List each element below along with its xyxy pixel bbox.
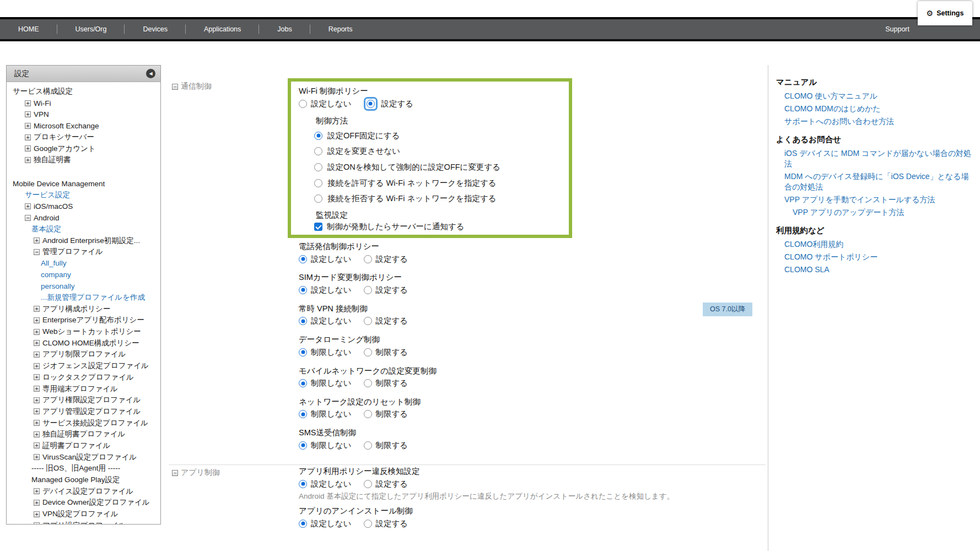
expand-icon[interactable]: + [25, 157, 31, 163]
tree-item-label[interactable]: Googleアカウント [34, 144, 96, 154]
policy-radio[interactable] [364, 317, 372, 325]
policy-radio[interactable] [364, 480, 372, 488]
nav-item-jobs[interactable]: Jobs [259, 19, 310, 39]
tree-item-label[interactable]: VPN設定プロファイル [42, 509, 119, 519]
nav-item-devices[interactable]: Devices [125, 19, 185, 39]
policy-radio[interactable] [299, 410, 307, 418]
collapse-section-icon[interactable]: − [172, 470, 178, 476]
collapse-sidebar-button[interactable]: ◀ [146, 69, 155, 78]
help-link[interactable]: サポートへのお問い合わせ方法 [784, 115, 972, 128]
expand-icon[interactable]: + [34, 363, 40, 369]
control-method-radio[interactable] [314, 132, 322, 140]
policy-radio[interactable] [299, 441, 307, 450]
wifi-policy-radio[interactable] [367, 100, 375, 108]
control-method-radio[interactable] [314, 195, 322, 203]
tree-item-label[interactable]: iOS/macOS [34, 202, 73, 210]
expand-icon[interactable]: + [25, 100, 31, 106]
expand-icon[interactable]: + [25, 111, 31, 117]
nav-item-applications[interactable]: Applications [186, 19, 259, 39]
policy-radio[interactable] [299, 520, 307, 528]
tree-item-label[interactable]: Wi-Fi [34, 99, 51, 107]
expand-icon[interactable]: + [34, 374, 40, 380]
expand-icon[interactable]: + [34, 306, 40, 312]
tree-item-label[interactable]: Android Enterprise初期設定... [42, 236, 140, 246]
tree-item-label[interactable]: アプリ権限設定プロファイル [42, 395, 141, 405]
tree-item-label[interactable]: サービス接続設定プロファイル [42, 418, 148, 428]
expand-icon[interactable]: + [34, 329, 40, 335]
nav-item-users-org[interactable]: Users/Org [57, 19, 125, 39]
policy-radio[interactable] [364, 379, 372, 387]
tree-item-label[interactable]: デバイス設定プロファイル [42, 487, 133, 496]
help-link[interactable]: CLOMO MDMのはじめかた [784, 102, 972, 115]
nav-item-reports[interactable]: Reports [310, 19, 371, 39]
tree-item-label[interactable]: ジオフェンス設定プロファイル [42, 361, 149, 371]
control-method-radio[interactable] [314, 163, 322, 171]
help-link[interactable]: MDM へのデバイス登録時に「iOS Device」となる場合の対処法 [784, 170, 972, 193]
tree-item-label[interactable]: CLOMO HOME構成ポリシー [42, 338, 139, 348]
expand-icon[interactable]: + [34, 500, 40, 506]
policy-radio[interactable] [299, 255, 307, 263]
policy-radio[interactable] [299, 379, 307, 387]
tree-item-label[interactable]: アプリ管理設定プロファイル [42, 407, 141, 417]
tree-item-label[interactable]: VirusScan設定プロファイル [42, 452, 137, 462]
tree-item-label[interactable]: Webショートカットポリシー [42, 327, 141, 337]
help-link[interactable]: iOS デバイスに MDM コマンドが届かない場合の対処法 [784, 147, 972, 170]
expand-icon[interactable]: + [34, 397, 40, 403]
tree-item-label[interactable]: アプリ構成ポリシー [42, 304, 110, 314]
expand-icon[interactable]: + [34, 237, 40, 244]
control-method-radio[interactable] [314, 179, 322, 187]
policy-radio[interactable] [364, 520, 372, 528]
tree-item-label[interactable]: プロキシサーバー [34, 132, 94, 142]
control-method-radio[interactable] [314, 147, 322, 155]
policy-radio[interactable] [299, 480, 307, 488]
policy-radio[interactable] [364, 255, 372, 263]
tree-item-label[interactable]: Android [34, 214, 60, 222]
expand-icon[interactable]: + [34, 317, 40, 323]
tree-item-label[interactable]: Microsoft Exchange [34, 122, 99, 130]
tree-item-label[interactable]: 専用端末プロファイル [42, 384, 118, 394]
tree-item-label[interactable]: サービス設定 [25, 190, 70, 200]
expand-icon[interactable]: + [34, 352, 40, 358]
expand-icon[interactable]: + [34, 454, 40, 460]
tree-item-label[interactable]: Device Owner設定プロファイル [42, 498, 150, 507]
expand-icon[interactable]: + [34, 386, 40, 392]
expand-icon[interactable]: + [25, 145, 31, 152]
tree-item-label[interactable]: All_fully [41, 259, 67, 267]
collapse-section-icon[interactable]: − [172, 84, 178, 90]
collapse-icon[interactable]: − [25, 215, 31, 221]
help-link[interactable]: CLOMO利用規約 [784, 238, 972, 251]
tree-item-label[interactable]: 基本設定 [31, 224, 61, 234]
expand-icon[interactable]: + [25, 203, 31, 209]
collapse-icon[interactable]: − [34, 249, 40, 255]
tab-settings[interactable]: ⚙ Settings [918, 1, 972, 25]
tree-item-label[interactable]: ...新規管理プロファイルを作成 [41, 293, 145, 302]
help-link[interactable]: CLOMO サポートポリシー [784, 251, 972, 263]
tree-item-label[interactable]: company [41, 271, 71, 279]
policy-radio[interactable] [364, 348, 372, 356]
expand-icon[interactable]: + [25, 134, 31, 141]
nav-item-home[interactable]: HOME [0, 19, 57, 39]
expand-icon[interactable]: + [34, 420, 40, 426]
wifi-policy-radio[interactable] [299, 100, 307, 108]
tree-item-label[interactable]: アプリ制限プロファイル [42, 349, 126, 359]
policy-radio[interactable] [364, 441, 372, 450]
policy-radio[interactable] [364, 410, 372, 418]
tree-item-label[interactable]: personally [41, 282, 75, 290]
tree-item-label[interactable]: VPN [34, 110, 49, 118]
policy-radio[interactable] [299, 348, 307, 356]
help-link[interactable]: VPP アプリのアップデート方法 [793, 206, 980, 219]
expand-icon[interactable]: + [34, 408, 40, 414]
expand-icon[interactable]: + [34, 488, 40, 494]
help-link[interactable]: VPP アプリを手動でインストールする方法 [784, 193, 972, 206]
tree-item-label[interactable]: 独自証明書プロファイル [42, 429, 125, 439]
expand-icon[interactable]: + [34, 340, 40, 346]
help-link[interactable]: CLOMO 使い方マニュアル [784, 90, 972, 102]
help-link[interactable]: CLOMO SLA [784, 263, 972, 276]
notify-server-checkbox[interactable] [314, 223, 322, 231]
policy-radio[interactable] [299, 317, 307, 325]
policy-radio[interactable] [364, 286, 372, 294]
expand-icon[interactable]: + [25, 123, 31, 129]
tree-item-label[interactable]: ロックタスクプロファイル [42, 372, 134, 382]
nav-item-support[interactable]: Support [885, 19, 909, 39]
tree-item-label[interactable]: Enterpriseアプリ配布ポリシー [42, 315, 144, 325]
